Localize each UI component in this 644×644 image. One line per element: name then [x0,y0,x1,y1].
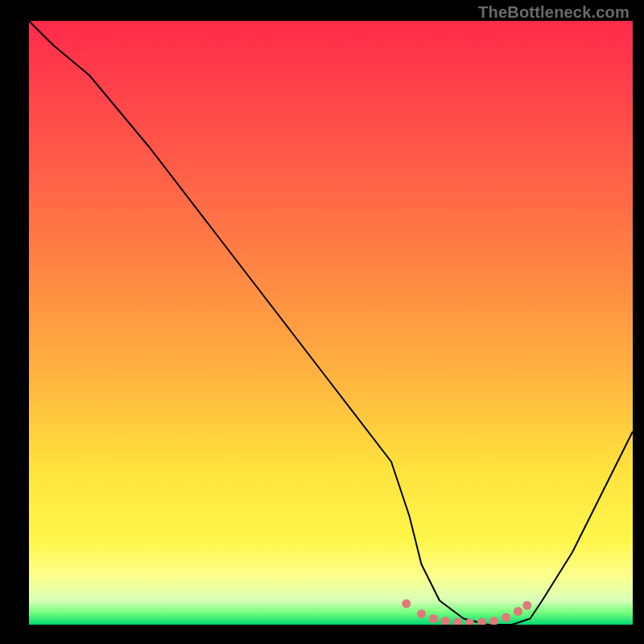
watermark-text: TheBottleneck.com [478,3,630,22]
curve-layer [29,21,633,625]
marker-dot [453,618,462,625]
marker-dot [477,618,486,625]
bottom-markers-group [402,599,531,625]
marker-dot [429,614,438,623]
marker-dot [402,599,411,608]
marker-dot [502,613,510,622]
marker-dot [489,617,498,625]
bottleneck-curve-path [29,21,633,625]
plot-area [29,21,633,625]
marker-dot [417,609,426,618]
marker-dot [522,601,531,610]
chart-stage: TheBottleneck.com [0,0,644,644]
marker-dot [514,607,522,616]
marker-dot [441,617,450,625]
